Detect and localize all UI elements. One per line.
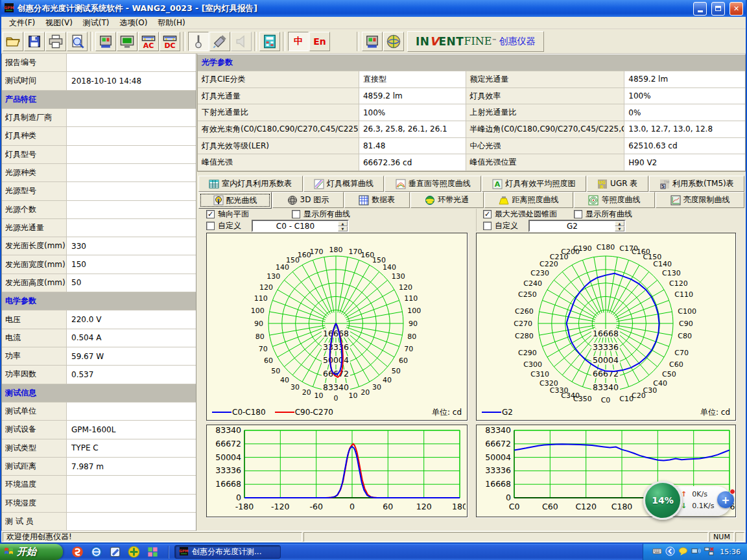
menu-item-2[interactable]: 视图(V)	[40, 17, 78, 29]
ql-sogou[interactable]	[71, 546, 84, 559]
open-file-button[interactable]	[3, 32, 23, 51]
tab-zonal-flux[interactable]: 环带光通	[410, 192, 484, 208]
field-value[interactable]: 150	[67, 255, 196, 273]
net-speed-widget[interactable]: ↑0K/s ↓0.1K/s 14% +	[643, 481, 735, 521]
spinner-control[interactable]: ▲▼	[615, 221, 624, 231]
luminaire-button[interactable]	[209, 32, 230, 51]
tab-label: 3D 图示	[300, 194, 329, 205]
ql-colors[interactable]	[146, 546, 159, 559]
max-intensity-cone-checkbox[interactable]: 最大光强处圆锥面	[483, 209, 557, 220]
field-value[interactable]: 2018-10-10 14:48	[67, 72, 196, 89]
spin-down-icon[interactable]: ▼	[615, 226, 624, 231]
param-label: 额定光通量	[466, 71, 625, 88]
monitor-button[interactable]	[117, 32, 137, 51]
table-row: 电压220.0 V	[2, 310, 196, 329]
tab-tm5[interactable]: TM5利用系数(TM5)表	[649, 176, 744, 192]
checkbox-box[interactable]	[574, 210, 582, 218]
field-value[interactable]: 50	[67, 274, 196, 292]
table-row: 测试距离7.987 m	[2, 458, 196, 476]
field-value[interactable]: 0.537	[67, 366, 196, 383]
field-value[interactable]	[67, 109, 196, 126]
custom-checkbox-right[interactable]: 自定义	[483, 220, 518, 231]
tab-vertical-isolux[interactable]: 垂直面等照度曲线	[385, 176, 481, 192]
checkbox-box[interactable]	[483, 210, 492, 218]
tray-collapse[interactable]	[665, 546, 675, 558]
globe-button[interactable]	[383, 32, 404, 51]
tab-data-table[interactable]: 数据表	[344, 192, 410, 208]
checkbox-box[interactable]	[483, 222, 492, 230]
ql-browser[interactable]	[89, 546, 102, 559]
tab-luminance-limit[interactable]: 亮度限制曲线	[656, 192, 744, 208]
checkbox-box[interactable]	[206, 222, 215, 230]
dc-source-button[interactable]: DC	[160, 32, 180, 51]
tab-distance-illuminance[interactable]: 距离照度曲线	[484, 192, 573, 208]
field-value[interactable]: TYPE C	[67, 439, 196, 457]
tray-messenger[interactable]	[678, 546, 688, 558]
field-value[interactable]: 220.0 V	[67, 310, 196, 328]
memory-percent-ball[interactable]: 14%	[643, 481, 682, 520]
lang-chinese-button[interactable]: 中	[288, 32, 309, 51]
goniophotometer-button[interactable]	[95, 32, 116, 51]
plane-select[interactable]: C0 - C180▲▼	[252, 220, 349, 232]
field-value[interactable]	[67, 54, 196, 71]
menu-item-4[interactable]: 选项(O)	[115, 17, 153, 29]
control-panel-button[interactable]	[259, 32, 280, 51]
checkbox-box[interactable]	[206, 210, 215, 218]
menu-item-1[interactable]: 文件(F)	[4, 17, 40, 29]
field-value[interactable]	[67, 513, 196, 530]
close-button[interactable]: ✕	[729, 2, 743, 16]
spin-up-icon[interactable]: ▲	[338, 221, 348, 226]
task-button-active[interactable]: GPM 创惠分布光度计测...	[174, 545, 281, 559]
field-value[interactable]	[67, 495, 196, 512]
param-value: H90 V2	[624, 154, 745, 170]
show-all-curves-checkbox-left[interactable]: 显示所有曲线	[292, 209, 350, 220]
spin-down-icon[interactable]: ▼	[338, 226, 348, 231]
tab-estimate-curves[interactable]: 灯具概算曲线	[303, 176, 385, 192]
field-value[interactable]	[67, 219, 196, 237]
print-button[interactable]	[45, 32, 66, 51]
field-value[interactable]	[67, 182, 196, 200]
cone-select[interactable]: G2▲▼	[528, 220, 626, 232]
polar-cone-legend: G2单位: cd	[482, 406, 730, 419]
show-all-curves-checkbox-right[interactable]: 显示所有曲线	[574, 209, 632, 220]
spinner-control[interactable]: ▲▼	[338, 221, 348, 231]
lang-english-button[interactable]: En	[309, 32, 330, 51]
tray-keyboard[interactable]	[652, 546, 662, 558]
start-button[interactable]: 开始	[0, 544, 63, 560]
menu-item-3[interactable]: 测试(T)	[78, 17, 115, 29]
field-value[interactable]	[67, 146, 196, 163]
field-value[interactable]	[67, 127, 196, 145]
field-value[interactable]: 0.504 A	[67, 329, 196, 347]
field-value[interactable]: 330	[67, 237, 196, 255]
minimize-button[interactable]	[693, 2, 707, 16]
tab-polar-curve[interactable]: 配光曲线	[198, 192, 272, 209]
tray-display[interactable]	[691, 546, 701, 558]
spin-up-icon[interactable]: ▲	[615, 221, 624, 226]
checkbox-box[interactable]	[292, 210, 300, 218]
tray-network[interactable]	[704, 546, 714, 558]
ql-app[interactable]	[108, 546, 121, 559]
field-value[interactable]: 7.987 m	[67, 458, 196, 475]
field-value[interactable]	[67, 164, 196, 181]
ql-safety[interactable]	[127, 546, 140, 559]
print-preview-button[interactable]	[67, 32, 88, 51]
save-file-button[interactable]	[24, 32, 45, 51]
tab-utilization-table[interactable]: 室内灯具利用系数表	[198, 176, 303, 192]
field-value[interactable]	[67, 476, 196, 493]
field-value[interactable]: GPM-1600L	[67, 421, 196, 438]
menu-item-5[interactable]: 帮助(H)	[152, 17, 190, 29]
field-value[interactable]	[67, 201, 196, 218]
gpm-device-button[interactable]	[362, 32, 383, 51]
probe-button[interactable]	[188, 32, 209, 51]
tab-avg-illuminance[interactable]: A灯具有效平均照度图	[482, 176, 586, 192]
field-value[interactable]: 59.67 W	[67, 347, 196, 365]
chart-controls: 轴向平面 显示所有曲线 自定义 C0 - C180▲▼ 最大光强处圆锥面 显示所…	[197, 209, 746, 231]
field-value[interactable]	[67, 402, 196, 420]
tab-sphere-3d[interactable]: 3D 图示	[272, 192, 344, 208]
custom-checkbox-left[interactable]: 自定义	[206, 220, 241, 231]
restore-button[interactable]	[711, 2, 725, 16]
tab-ugr[interactable]: UGRUGR 表	[587, 176, 648, 192]
axial-plane-checkbox[interactable]: 轴向平面	[206, 209, 249, 220]
ac-source-button[interactable]: AC	[138, 32, 159, 51]
tab-isolux[interactable]: 等照度曲线	[574, 192, 655, 208]
